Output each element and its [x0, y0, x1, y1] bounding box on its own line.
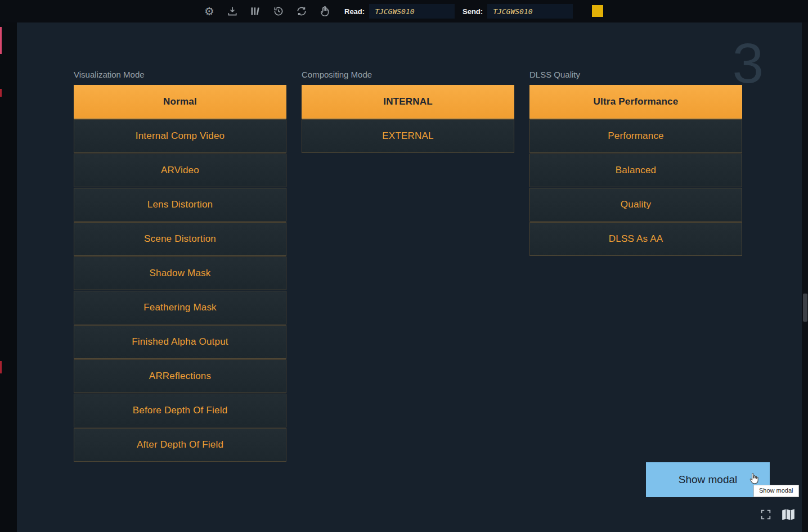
- pan-hand-icon[interactable]: [318, 4, 331, 18]
- option-button-quality[interactable]: Quality: [529, 188, 742, 222]
- option-button-internal-comp-video[interactable]: Internal Comp Video: [74, 119, 286, 153]
- main-panel: 3 Visualization ModeNormalInternal Comp …: [17, 22, 802, 532]
- settings-icon[interactable]: ⚙: [203, 4, 216, 18]
- option-button-after-depth-of-field[interactable]: After Depth Of Field: [74, 428, 286, 462]
- scrollbar-track: [802, 22, 808, 532]
- read-field: Read:: [344, 0, 455, 22]
- option-button-arvideo[interactable]: ARVideo: [74, 154, 286, 187]
- send-field: Send:: [463, 0, 573, 22]
- map-icon[interactable]: [781, 507, 796, 522]
- send-label: Send:: [463, 7, 483, 16]
- option-button-lens-distortion[interactable]: Lens Distortion: [74, 188, 286, 222]
- left-edge-strip: [0, 22, 17, 532]
- option-button-normal[interactable]: Normal: [74, 85, 286, 119]
- option-button-scene-distortion[interactable]: Scene Distortion: [74, 222, 286, 256]
- history-icon[interactable]: [272, 4, 285, 18]
- option-button-feathering-mask[interactable]: Feathering Mask: [74, 291, 286, 324]
- send-input[interactable]: [487, 4, 573, 19]
- option-button-performance[interactable]: Performance: [529, 119, 742, 153]
- scrollbar-thumb[interactable]: [803, 294, 807, 322]
- option-columns: Visualization ModeNormalInternal Comp Vi…: [74, 70, 742, 462]
- option-group: Compositing ModeINTERNALEXTERNAL: [302, 70, 514, 154]
- edge-artifact: [0, 27, 2, 54]
- group-label: Compositing Mode: [302, 70, 514, 80]
- library-icon[interactable]: [249, 4, 262, 18]
- group-label: Visualization Mode: [74, 70, 286, 80]
- topbar: ⚙ Read: Send:: [0, 0, 808, 22]
- group-label: DLSS Quality: [529, 70, 742, 80]
- status-indicator: [592, 5, 603, 17]
- corner-icons: [758, 507, 796, 522]
- edge-artifact: [0, 89, 2, 97]
- option-group: DLSS QualityUltra PerformancePerformance…: [529, 70, 742, 256]
- toolbar-icons: ⚙: [203, 0, 331, 22]
- read-label: Read:: [344, 7, 365, 16]
- option-group: Visualization ModeNormalInternal Comp Vi…: [74, 70, 286, 462]
- show-modal-tooltip: Show modal: [753, 485, 799, 497]
- option-button-balanced[interactable]: Balanced: [529, 154, 742, 187]
- sync-icon[interactable]: [295, 4, 308, 18]
- option-button-arreflections[interactable]: ARReflections: [74, 359, 286, 393]
- pointer-cursor: [747, 472, 760, 485]
- option-button-before-depth-of-field[interactable]: Before Depth Of Field: [74, 394, 286, 427]
- option-button-external[interactable]: EXTERNAL: [302, 119, 514, 153]
- read-input[interactable]: [369, 4, 455, 19]
- download-icon[interactable]: [226, 4, 239, 18]
- edge-artifact: [0, 361, 2, 373]
- option-button-finished-alpha-output[interactable]: Finished Alpha Output: [74, 325, 286, 359]
- option-button-internal[interactable]: INTERNAL: [302, 85, 514, 119]
- option-button-ultra-performance[interactable]: Ultra Performance: [529, 85, 742, 119]
- option-button-shadow-mask[interactable]: Shadow Mask: [74, 256, 286, 290]
- option-button-dlss-as-aa[interactable]: DLSS As AA: [529, 222, 742, 256]
- fullscreen-icon[interactable]: [758, 507, 773, 522]
